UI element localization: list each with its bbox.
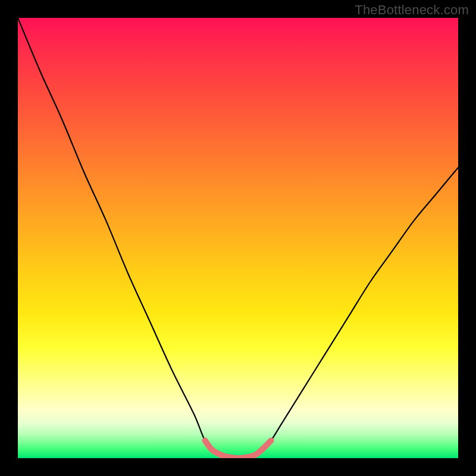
watermark-label: TheBottleneck.com [355, 2, 469, 18]
curve-layer [18, 18, 458, 458]
plot-area [18, 18, 458, 458]
bottleneck-curve [18, 18, 458, 458]
optimal-marker [205, 440, 271, 458]
chart-frame: TheBottleneck.com [0, 0, 476, 476]
